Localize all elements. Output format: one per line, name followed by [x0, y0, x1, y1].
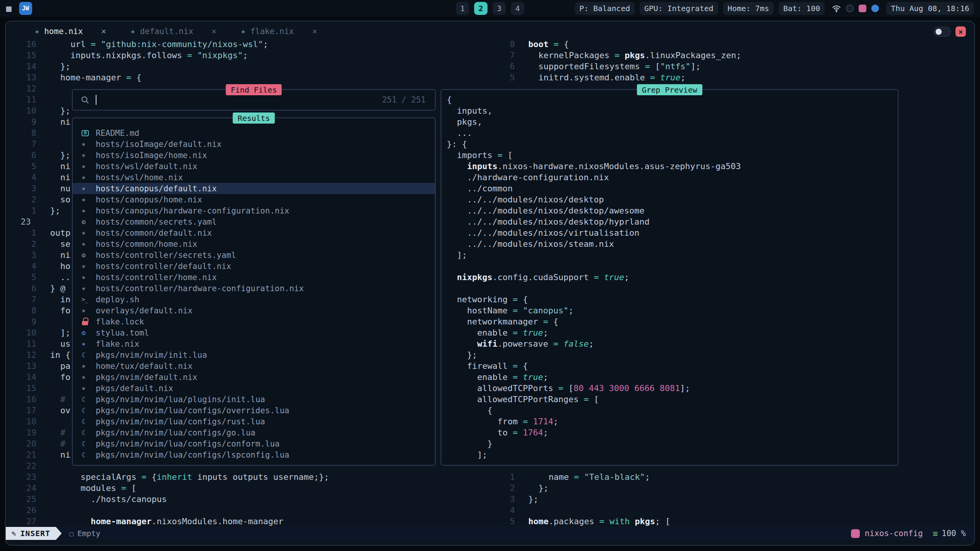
result-item[interactable]: ✶hosts/common/home.nix — [73, 238, 435, 249]
result-item[interactable]: ⚙hosts/controller/secrets.yaml — [73, 249, 435, 261]
code-line[interactable]: 14 }; — [6, 61, 480, 72]
result-item[interactable]: ☾pkgs/nvim/nvim/lua/configs/rust.lua — [73, 416, 435, 427]
code-line[interactable]: 23 specialArgs = {inherit inputs outputs… — [6, 471, 480, 483]
result-item[interactable]: flake.lock — [73, 316, 435, 327]
result-filename: README.md — [96, 129, 139, 138]
result-item[interactable]: ✶pkgs/default.nix — [73, 383, 435, 394]
lua-file-icon: ☾ — [82, 349, 96, 360]
result-item[interactable]: ✶hosts/controller/home.nix — [73, 272, 435, 283]
result-filename: hosts/wsl/default.nix — [96, 162, 198, 171]
preview-line: imports = [ — [447, 150, 898, 161]
blue-badge-icon[interactable] — [871, 5, 879, 12]
line-number: 3 — [6, 183, 36, 194]
code-line[interactable]: 5 initrd.systemd.enable = true; — [484, 72, 974, 83]
result-item[interactable]: ☾pkgs/nvim/nvim/lua/configs/go.lua — [73, 427, 435, 438]
workspace-2[interactable]: 2 — [474, 2, 488, 15]
window-close-button[interactable]: × — [956, 26, 966, 37]
result-item[interactable]: ✶hosts/canopus/hardware-configuration.ni… — [73, 205, 435, 216]
latency-module[interactable]: Home: 7ms — [723, 2, 774, 15]
find-files-input[interactable]: Find Files 251 / 251 — [72, 89, 436, 111]
tab-close-button[interactable]: × — [312, 27, 317, 36]
logo-badge[interactable]: JW — [19, 2, 32, 15]
preview-line: }: { — [447, 139, 898, 150]
toggle-pill-button[interactable] — [933, 27, 951, 37]
workspace-1[interactable]: 1 — [456, 2, 469, 15]
code-line[interactable]: 4 — [484, 505, 974, 516]
notification-dot-icon[interactable] — [846, 5, 854, 12]
pink-badge-icon[interactable] — [859, 5, 866, 12]
wifi-icon[interactable] — [832, 5, 841, 13]
editor-pane-right-bottom[interactable]: 1 name = "Tela-black";2 };3};45home.pack… — [484, 471, 974, 527]
code-line[interactable]: 6 supportedFilesystems = ["ntfs"]; — [484, 61, 974, 72]
editor-pane-right-top[interactable]: 8boot = {7 kernelPackages = pkgs.linuxPa… — [484, 39, 974, 83]
preview-line — [447, 283, 898, 294]
top-bar: ▦ JW 1234 P: BalancedGPU: IntegratedHome… — [0, 0, 980, 17]
line-number: 1 — [6, 227, 36, 238]
result-item[interactable]: ☾pkgs/nvim/nvim/lua/plugins/init.lua — [73, 394, 435, 405]
result-item[interactable]: ✶hosts/controller/hardware-configuration… — [73, 283, 435, 294]
result-item[interactable]: ✶hosts/isoImage/home.nix — [73, 150, 435, 161]
preview-code: { inputs, pkgs, ...}: { imports = [ inpu… — [441, 90, 898, 460]
result-item[interactable]: ⚙hosts/common/secrets.yaml — [73, 216, 435, 227]
code-line[interactable]: 13 home-manager = { — [6, 72, 480, 83]
code-line[interactable]: 26 — [6, 505, 480, 516]
editor-window: ✶home.nix×✶default.nix×✶flake.nix× × 16 … — [5, 21, 975, 546]
result-item[interactable]: ☾pkgs/nvim/nvim/init.lua — [73, 349, 435, 360]
workspace-4[interactable]: 4 — [511, 2, 524, 15]
code-line[interactable]: 27 home-manager.nixosModules.home-manage… — [6, 516, 480, 527]
result-item[interactable]: ✶pkgs/nvim/default.nix — [73, 372, 435, 383]
code-line[interactable]: 3}; — [484, 494, 974, 505]
result-filename: pkgs/nvim/nvim/init.lua — [96, 350, 207, 360]
apps-grid-icon[interactable]: ▦ — [6, 3, 11, 13]
code-line[interactable]: 5home.packages = with pkgs; [ — [484, 516, 974, 527]
line-number: 27 — [6, 516, 36, 527]
result-filename: home/tux/default.nix — [96, 362, 193, 371]
result-item[interactable]: ☾pkgs/nvim/nvim/lua/configs/lspconfig.lu… — [73, 449, 435, 460]
code-line[interactable]: 15 inputs.nixpkgs.follows = "nixpkgs"; — [6, 50, 480, 61]
line-number: 23 — [6, 216, 36, 227]
line-number: 9 — [6, 316, 36, 327]
result-item[interactable]: ✶hosts/wsl/home.nix — [73, 172, 435, 183]
nix-file-icon: ✶ — [82, 194, 96, 205]
result-item[interactable]: ✶hosts/canopus/home.nix — [73, 194, 435, 205]
result-item[interactable]: ☾pkgs/nvim/nvim/lua/configs/conform.lua — [73, 438, 435, 449]
code-line[interactable]: 1 name = "Tela-black"; — [484, 471, 974, 483]
result-item[interactable]: ☾pkgs/nvim/nvim/lua/configs/overrides.lu… — [73, 405, 435, 416]
preview-line: ]; — [447, 249, 898, 261]
line-number: 10 — [6, 105, 36, 116]
tab-flake.nix[interactable]: ✶flake.nix× — [241, 27, 317, 36]
result-item[interactable]: ✶hosts/isoImage/default.nix — [73, 139, 435, 150]
result-item[interactable]: ✶flake.nix — [73, 338, 435, 349]
code-line[interactable]: 25 ./hosts/canopus — [6, 494, 480, 505]
tab-default.nix[interactable]: ✶default.nix× — [131, 27, 216, 36]
power-profile-module[interactable]: P: Balanced — [575, 2, 635, 15]
result-item[interactable]: ✶hosts/common/default.nix — [73, 227, 435, 238]
tab-home.nix[interactable]: ✶home.nix× — [35, 27, 106, 36]
result-item[interactable]: >_deploy.sh — [73, 294, 435, 305]
result-item[interactable]: MREADME.md — [73, 127, 435, 139]
code-line[interactable]: 2 }; — [484, 483, 974, 494]
result-item[interactable]: ✶home/tux/default.nix — [73, 360, 435, 372]
code-line[interactable]: 24 modules = [ — [6, 483, 480, 494]
preview-line: inputs, — [447, 105, 898, 116]
line-number: 9 — [6, 116, 36, 127]
preview-line: ../../modules/nixos/desktop/hyprland — [447, 216, 898, 227]
preview-line: }; — [447, 349, 898, 360]
tab-close-button[interactable]: × — [212, 27, 217, 36]
result-item[interactable]: ✶hosts/controller/default.nix — [73, 261, 435, 272]
powerline-arrow — [56, 527, 62, 540]
preview-line: pkgs, — [447, 116, 898, 127]
battery-module[interactable]: Bat: 100 — [779, 2, 825, 15]
result-item[interactable]: ✶hosts/canopus/default.nix — [73, 183, 435, 194]
line-number: 2 — [6, 194, 36, 205]
code-line[interactable]: 7 kernelPackages = pkgs.linuxPackages_ze… — [484, 50, 974, 61]
gpu-module[interactable]: GPU: Integrated — [640, 2, 718, 15]
nix-file-icon: ✶ — [82, 161, 96, 172]
workspace-3[interactable]: 3 — [493, 2, 506, 15]
line-number: 7 — [484, 50, 515, 61]
result-item[interactable]: ✶hosts/wsl/default.nix — [73, 161, 435, 172]
result-item[interactable]: ✶overlays/default.nix — [73, 305, 435, 316]
result-filename: hosts/isoImage/default.nix — [96, 140, 222, 149]
tab-close-button[interactable]: × — [101, 27, 106, 36]
result-item[interactable]: ⚙stylua.toml — [73, 327, 435, 338]
